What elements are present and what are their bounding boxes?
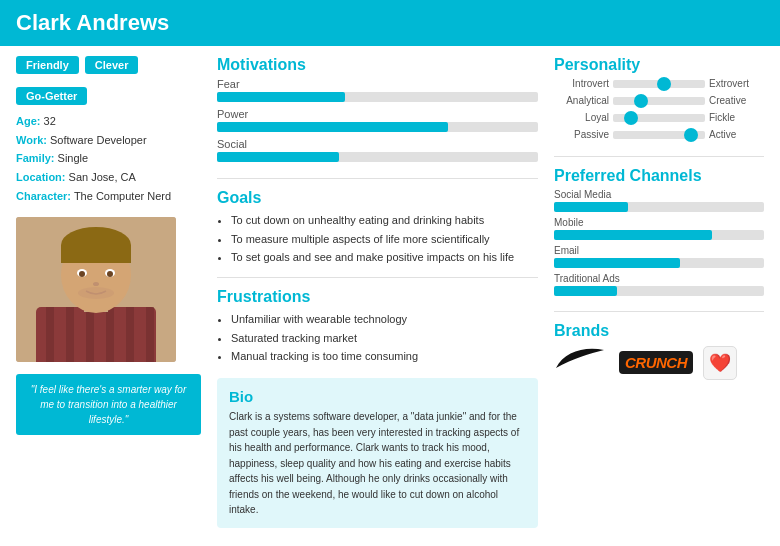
svg-rect-6 [126, 307, 134, 362]
personality-loyal: Loyal Fickle [554, 112, 764, 123]
svg-point-17 [78, 287, 114, 299]
svg-point-16 [93, 282, 99, 286]
bio-text: Clark is a systems software developer, a… [229, 409, 526, 518]
frustrations-list: Unfamiliar with wearable technology Satu… [217, 310, 538, 366]
left-column: Friendly Clever Go-Getter Age: 32 Work: … [16, 56, 201, 536]
avatar [16, 217, 176, 362]
personality-passive: Passive Active [554, 129, 764, 140]
goals-title: Goals [217, 189, 538, 207]
work-label: Work: [16, 134, 47, 146]
personality-title: Personality [554, 56, 764, 74]
svg-rect-2 [46, 307, 54, 362]
svg-rect-7 [146, 307, 154, 362]
tag-friendly: Friendly [16, 56, 79, 74]
goals-section: Goals To cut down on unhealthy eating an… [217, 189, 538, 267]
header: Clark Andrews [0, 0, 780, 46]
brand-heart: ❤️ [703, 346, 737, 380]
quote-box: "I feel like there's a smarter way for m… [16, 374, 201, 435]
personality-section: Personality Introvert Extrovert Analytic… [554, 56, 764, 146]
personality-analytical: Analytical Creative [554, 95, 764, 106]
character-label: Character: [16, 190, 71, 202]
frustration-1: Unfamiliar with wearable technology [231, 310, 538, 329]
svg-point-15 [107, 271, 113, 277]
brands-section: Brands CRUNCH ❤️ [554, 322, 764, 381]
family-label: Family: [16, 152, 55, 164]
frustrations-title: Frustrations [217, 288, 538, 306]
svg-rect-5 [106, 307, 114, 362]
bio-section: Bio Clark is a systems software develope… [217, 378, 538, 528]
tags-row: Friendly Clever [16, 56, 201, 74]
motivations-section: Motivations Fear Power Social [217, 56, 538, 168]
right-column: Personality Introvert Extrovert Analytic… [554, 56, 764, 536]
main-content: Friendly Clever Go-Getter Age: 32 Work: … [0, 46, 780, 546]
personality-introvert: Introvert Extrovert [554, 78, 764, 89]
channels-section: Preferred Channels Social Media Mobile E… [554, 167, 764, 301]
info-block: Age: 32 Work: Software Developer Family:… [16, 112, 201, 205]
goal-1: To cut down on unhealthy eating and drin… [231, 211, 538, 230]
location-label: Location: [16, 171, 66, 183]
brands-title: Brands [554, 322, 764, 340]
tag-clever: Clever [85, 56, 139, 74]
bio-title: Bio [229, 388, 526, 405]
frustrations-section: Frustrations Unfamiliar with wearable te… [217, 288, 538, 366]
tag-row2: Go-Getter [16, 86, 201, 104]
svg-rect-11 [61, 245, 131, 263]
channel-mobile: Mobile [554, 217, 764, 240]
brand-crunch: CRUNCH [619, 351, 693, 374]
motivations-title: Motivations [217, 56, 538, 74]
quote-text: "I feel like there's a smarter way for m… [31, 384, 187, 425]
middle-column: Motivations Fear Power Social Goals [217, 56, 538, 536]
brands-row: CRUNCH ❤️ [554, 344, 764, 381]
brand-nike [554, 344, 609, 381]
channel-email: Email [554, 245, 764, 268]
goals-list: To cut down on unhealthy eating and drin… [217, 211, 538, 267]
tag-gogetter: Go-Getter [16, 87, 87, 105]
page-title: Clark Andrews [16, 10, 169, 36]
motivation-power: Power [217, 108, 538, 132]
frustration-3: Manual tracking is too time consuming [231, 347, 538, 366]
channels-title: Preferred Channels [554, 167, 764, 185]
frustration-2: Saturated tracking market [231, 329, 538, 348]
motivation-fear: Fear [217, 78, 538, 102]
svg-rect-3 [66, 307, 74, 362]
svg-point-14 [79, 271, 85, 277]
goal-2: To measure multiple aspects of life more… [231, 230, 538, 249]
motivation-social: Social [217, 138, 538, 162]
channel-traditional-ads: Traditional Ads [554, 273, 764, 296]
channel-social-media: Social Media [554, 189, 764, 212]
svg-rect-4 [86, 307, 94, 362]
goal-3: To set goals and see and make positive i… [231, 248, 538, 267]
age-label: Age: [16, 115, 40, 127]
